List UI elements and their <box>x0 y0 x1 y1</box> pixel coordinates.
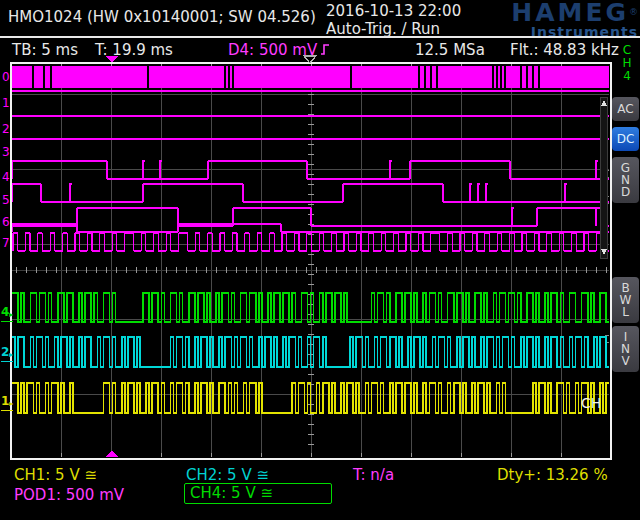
trace-ch4 <box>12 293 609 322</box>
pod1-scale-readout: POD1: 500 mV <box>14 487 124 504</box>
marker-arrow-icon: ▸ <box>9 350 13 359</box>
trace-d0-gap <box>50 66 52 88</box>
trace-d0-gap <box>224 66 226 88</box>
trace-d0-gap <box>418 66 420 88</box>
trace-d0-gap <box>424 66 426 88</box>
trace-d0-gap <box>532 66 534 88</box>
trigger-position-marker-bottom[interactable] <box>106 450 118 457</box>
digital-label-d5: 5 <box>2 194 11 207</box>
trigger-frequency-readout: T: n/a <box>353 467 394 484</box>
digital-scrollbar[interactable] <box>601 97 608 258</box>
ch4-scale-readout: CH4: 5 V ≅ <box>190 485 331 502</box>
trace-d0-gap <box>147 66 149 88</box>
digital-label-d6: 6 <box>2 216 11 229</box>
channel-overlay-label: CH <box>581 395 601 411</box>
trace-d0-gap <box>492 66 494 88</box>
trace-d0-gap <box>436 66 438 88</box>
ch4-selected-box[interactable]: CH4: 5 V ≅ <box>184 483 332 504</box>
trace-d0-gap <box>504 66 506 88</box>
trace-d0-gap <box>228 66 230 88</box>
marker-arrow-icon: ▸ <box>9 310 13 319</box>
trace-d0-gap <box>232 66 234 88</box>
ch4-position-marker[interactable]: 4▸ <box>1 306 13 322</box>
trace-d0-gap <box>526 66 528 88</box>
trace-ch2 <box>12 337 609 367</box>
trace-d0-gap <box>43 66 45 88</box>
digital-label-d2: 2 <box>2 123 11 136</box>
sidebar-channel-label: C H 4 <box>619 44 635 83</box>
digital-label-d4: 4 <box>2 171 11 184</box>
bandwidth-limit-button[interactable]: B W L <box>612 277 639 323</box>
ch1-position-marker[interactable]: 1▸ <box>1 395 13 411</box>
trace-d0-gap <box>32 66 34 88</box>
coupling-dc-button[interactable]: DC <box>612 127 639 151</box>
trace-d0-gap <box>520 66 522 88</box>
ch1-scale-readout: CH1: 5 V ≅ <box>14 467 97 484</box>
ch2-scale-readout: CH2: 5 V ≅ <box>186 467 269 484</box>
ch2-position-marker[interactable]: 2▸ <box>1 346 13 362</box>
trace-ch1 <box>12 383 609 413</box>
trace-d0-gap <box>500 66 502 88</box>
digital-label-d0: 0 <box>2 71 11 84</box>
invert-button[interactable]: I N V <box>612 326 639 372</box>
digital-label-d1: 1 <box>2 97 11 110</box>
trace-d0-gap <box>496 66 498 88</box>
oscilloscope-screen: HMO1024 (HW 0x10140001; SW 04.526) 2016-… <box>0 0 640 520</box>
trace-d0-gap <box>538 66 540 88</box>
marker-arrow-icon: ▸ <box>9 399 13 408</box>
coupling-gnd-button[interactable]: G N D <box>612 157 639 203</box>
digital-label-d3: 3 <box>2 146 11 159</box>
duty-cycle-readout: Dty+: 13.26 % <box>497 467 608 484</box>
trace-d0-gap <box>430 66 432 88</box>
coupling-ac-button[interactable]: AC <box>612 97 639 121</box>
trace-d0-block <box>12 66 609 88</box>
digital-label-d7: 7 <box>2 237 11 250</box>
waveform-display <box>0 0 640 520</box>
trace-d0-gap <box>350 66 352 88</box>
